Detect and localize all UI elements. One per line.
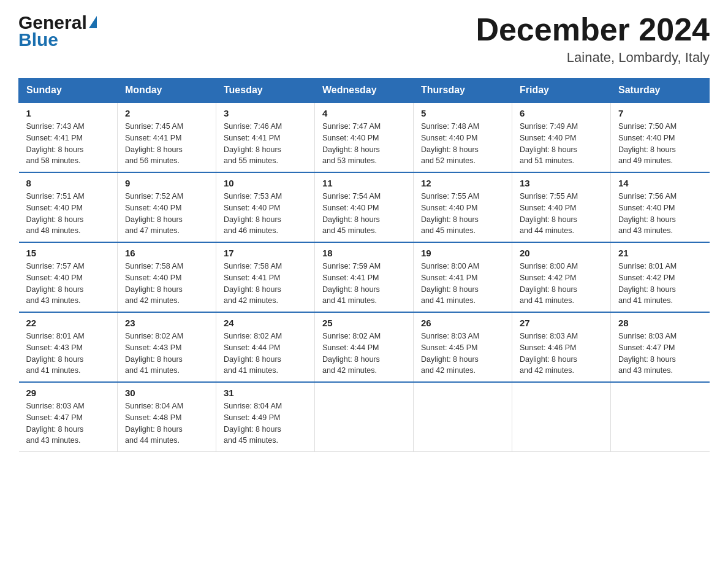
day-number: 31	[224, 388, 307, 398]
day-number: 28	[618, 318, 702, 328]
table-row	[611, 382, 710, 452]
day-number: 26	[421, 318, 504, 328]
day-number: 20	[520, 248, 603, 258]
calendar-week-row: 22 Sunrise: 8:01 AMSunset: 4:43 PMDaylig…	[19, 312, 710, 382]
table-row: 2 Sunrise: 7:45 AMSunset: 4:41 PMDayligh…	[118, 102, 216, 172]
day-number: 29	[26, 388, 110, 398]
day-info: Sunrise: 7:45 AMSunset: 4:41 PMDaylight:…	[125, 121, 208, 167]
day-number: 7	[618, 108, 702, 118]
table-row	[512, 382, 611, 452]
table-row: 19 Sunrise: 8:00 AMSunset: 4:41 PMDaylig…	[414, 242, 512, 312]
day-number: 6	[520, 108, 603, 118]
calendar-week-row: 29 Sunrise: 8:03 AMSunset: 4:47 PMDaylig…	[19, 382, 710, 452]
calendar-header-row: Sunday Monday Tuesday Wednesday Thursday…	[19, 79, 710, 103]
day-number: 21	[618, 248, 702, 258]
table-row: 22 Sunrise: 8:01 AMSunset: 4:43 PMDaylig…	[19, 312, 118, 382]
calendar-week-row: 8 Sunrise: 7:51 AMSunset: 4:40 PMDayligh…	[19, 172, 710, 242]
day-info: Sunrise: 7:58 AMSunset: 4:40 PMDaylight:…	[125, 261, 208, 307]
day-number: 4	[322, 108, 406, 118]
table-row: 25 Sunrise: 8:02 AMSunset: 4:44 PMDaylig…	[315, 312, 414, 382]
day-number: 27	[520, 318, 603, 328]
day-number: 11	[322, 178, 406, 188]
table-row: 31 Sunrise: 8:04 AMSunset: 4:49 PMDaylig…	[216, 382, 315, 452]
day-info: Sunrise: 7:56 AMSunset: 4:40 PMDaylight:…	[618, 191, 702, 237]
day-info: Sunrise: 7:53 AMSunset: 4:40 PMDaylight:…	[224, 191, 307, 237]
table-row: 24 Sunrise: 8:02 AMSunset: 4:44 PMDaylig…	[216, 312, 315, 382]
page-header: General Blue December 2024 Lainate, Lomb…	[18, 12, 710, 66]
day-info: Sunrise: 7:52 AMSunset: 4:40 PMDaylight:…	[125, 191, 208, 237]
logo: General Blue	[18, 12, 97, 50]
day-info: Sunrise: 8:01 AMSunset: 4:42 PMDaylight:…	[618, 261, 702, 307]
day-info: Sunrise: 7:55 AMSunset: 4:40 PMDaylight:…	[520, 191, 603, 237]
day-number: 3	[224, 108, 307, 118]
day-number: 9	[125, 178, 208, 188]
table-row: 11 Sunrise: 7:54 AMSunset: 4:40 PMDaylig…	[315, 172, 414, 242]
day-info: Sunrise: 8:04 AMSunset: 4:49 PMDaylight:…	[224, 400, 307, 446]
col-thursday: Thursday	[414, 79, 512, 103]
day-info: Sunrise: 7:47 AMSunset: 4:40 PMDaylight:…	[322, 121, 406, 167]
calendar-week-row: 15 Sunrise: 7:57 AMSunset: 4:40 PMDaylig…	[19, 242, 710, 312]
table-row	[315, 382, 414, 452]
table-row: 27 Sunrise: 8:03 AMSunset: 4:46 PMDaylig…	[512, 312, 611, 382]
day-info: Sunrise: 7:57 AMSunset: 4:40 PMDaylight:…	[26, 261, 110, 307]
logo-blue-text: Blue	[18, 29, 58, 50]
day-info: Sunrise: 7:54 AMSunset: 4:40 PMDaylight:…	[322, 191, 406, 237]
day-info: Sunrise: 7:50 AMSunset: 4:40 PMDaylight:…	[618, 121, 702, 167]
table-row	[414, 382, 512, 452]
day-info: Sunrise: 8:03 AMSunset: 4:46 PMDaylight:…	[520, 331, 603, 377]
day-number: 2	[125, 108, 208, 118]
day-number: 30	[125, 388, 208, 398]
day-info: Sunrise: 8:02 AMSunset: 4:44 PMDaylight:…	[224, 331, 307, 377]
table-row: 28 Sunrise: 8:03 AMSunset: 4:47 PMDaylig…	[611, 312, 710, 382]
table-row: 13 Sunrise: 7:55 AMSunset: 4:40 PMDaylig…	[512, 172, 611, 242]
table-row: 6 Sunrise: 7:49 AMSunset: 4:40 PMDayligh…	[512, 102, 611, 172]
day-number: 13	[520, 178, 603, 188]
col-sunday: Sunday	[19, 79, 118, 103]
table-row: 12 Sunrise: 7:55 AMSunset: 4:40 PMDaylig…	[414, 172, 512, 242]
table-row: 16 Sunrise: 7:58 AMSunset: 4:40 PMDaylig…	[118, 242, 216, 312]
logo-triangle-icon	[89, 16, 97, 28]
day-number: 8	[26, 178, 110, 188]
day-number: 19	[421, 248, 504, 258]
col-friday: Friday	[512, 79, 611, 103]
day-info: Sunrise: 8:03 AMSunset: 4:47 PMDaylight:…	[618, 331, 702, 377]
day-info: Sunrise: 7:49 AMSunset: 4:40 PMDaylight:…	[520, 121, 603, 167]
calendar-week-row: 1 Sunrise: 7:43 AMSunset: 4:41 PMDayligh…	[19, 102, 710, 172]
day-info: Sunrise: 8:00 AMSunset: 4:42 PMDaylight:…	[520, 261, 603, 307]
day-info: Sunrise: 8:00 AMSunset: 4:41 PMDaylight:…	[421, 261, 504, 307]
day-number: 12	[421, 178, 504, 188]
day-info: Sunrise: 8:04 AMSunset: 4:48 PMDaylight:…	[125, 400, 208, 446]
table-row: 18 Sunrise: 7:59 AMSunset: 4:41 PMDaylig…	[315, 242, 414, 312]
col-wednesday: Wednesday	[315, 79, 414, 103]
table-row: 1 Sunrise: 7:43 AMSunset: 4:41 PMDayligh…	[19, 102, 118, 172]
day-number: 15	[26, 248, 110, 258]
table-row: 10 Sunrise: 7:53 AMSunset: 4:40 PMDaylig…	[216, 172, 315, 242]
day-number: 10	[224, 178, 307, 188]
table-row: 15 Sunrise: 7:57 AMSunset: 4:40 PMDaylig…	[19, 242, 118, 312]
day-info: Sunrise: 8:02 AMSunset: 4:44 PMDaylight:…	[322, 331, 406, 377]
day-info: Sunrise: 8:03 AMSunset: 4:47 PMDaylight:…	[26, 400, 110, 446]
table-row: 17 Sunrise: 7:58 AMSunset: 4:41 PMDaylig…	[216, 242, 315, 312]
calendar-table: Sunday Monday Tuesday Wednesday Thursday…	[18, 78, 710, 452]
day-number: 14	[618, 178, 702, 188]
day-number: 22	[26, 318, 110, 328]
day-number: 25	[322, 318, 406, 328]
day-number: 16	[125, 248, 208, 258]
day-number: 1	[26, 108, 110, 118]
day-number: 17	[224, 248, 307, 258]
col-monday: Monday	[118, 79, 216, 103]
table-row: 14 Sunrise: 7:56 AMSunset: 4:40 PMDaylig…	[611, 172, 710, 242]
day-info: Sunrise: 7:48 AMSunset: 4:40 PMDaylight:…	[421, 121, 504, 167]
month-title: December 2024	[476, 12, 710, 47]
table-row: 23 Sunrise: 8:02 AMSunset: 4:43 PMDaylig…	[118, 312, 216, 382]
table-row: 8 Sunrise: 7:51 AMSunset: 4:40 PMDayligh…	[19, 172, 118, 242]
location-text: Lainate, Lombardy, Italy	[476, 50, 710, 66]
day-number: 18	[322, 248, 406, 258]
day-info: Sunrise: 8:03 AMSunset: 4:45 PMDaylight:…	[421, 331, 504, 377]
day-number: 5	[421, 108, 504, 118]
day-info: Sunrise: 7:59 AMSunset: 4:41 PMDaylight:…	[322, 261, 406, 307]
col-tuesday: Tuesday	[216, 79, 315, 103]
table-row: 21 Sunrise: 8:01 AMSunset: 4:42 PMDaylig…	[611, 242, 710, 312]
col-saturday: Saturday	[611, 79, 710, 103]
day-number: 24	[224, 318, 307, 328]
